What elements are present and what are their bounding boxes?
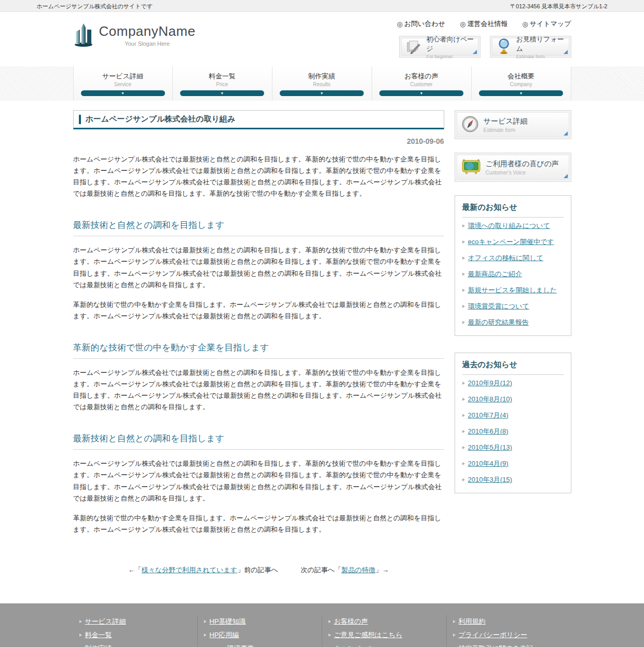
postal-address: 〒012-3456 見本県見本市サンプル1-2 [510,2,607,10]
arrow-bullet-icon [79,620,82,623]
prev-article: ←「様々な分野で利用されています」前の記事へ [128,565,278,575]
next-article: 次の記事へ「製品の特徴」→ [300,565,389,575]
article-title-box: ホームページサンプル株式会社の取り組み [73,110,444,129]
button-subtitle: Estimate form [516,54,569,59]
nav-item-price[interactable]: 料金一覧 Price ▼ [173,66,272,101]
archive-link[interactable]: 2010年6月(8) [468,427,509,436]
news-link[interactable]: 新規サービスを開始しました [468,286,557,295]
bullseye-icon: ◎ [522,20,528,28]
company-slogan: Your Slogan Here [99,41,196,47]
next-article-link[interactable]: 製品の特徴 [341,566,375,574]
list-item: 2010年8月(10) [462,391,564,407]
arrow-bullet-icon [328,633,331,637]
article-body: ホームページサンプル株式会社では最新技術と自然との調和を目指します。革新的な技術… [73,154,444,535]
caret-down-icon: ▼ [379,90,463,96]
nav-item-results[interactable]: 制作実績 Results ▼ [272,66,372,101]
section-heading: 革新的な技術で世の中を動かす企業を目指します [73,342,444,359]
footer-link[interactable]: 特定商取引に関する表記 [459,644,533,647]
caret-down-icon: ▼ [81,90,165,96]
arrow-bullet-icon [462,478,465,481]
nav-pill: ▼ [479,90,563,96]
footer-link[interactable]: HP基礎知識 [210,617,246,626]
footer-link[interactable]: HP応用編 [210,630,239,640]
footer-link[interactable]: 制作実績 [85,644,112,647]
news-link[interactable]: 環境への取り組みについて [468,221,550,231]
list-item: HP基礎知識 [204,615,322,628]
news-link[interactable]: 最新商品のご紹介 [468,269,523,279]
list-item: 料金一覧 [79,628,197,642]
footer-link[interactable]: ご意見ご感想はこちら [334,630,403,640]
news-link[interactable]: オフィスの移転に関して [468,253,543,263]
arrow-bullet-icon [462,224,465,227]
arrow-bullet-icon [462,240,465,244]
sitemap-link[interactable]: ◎ サイトマップ [522,19,571,29]
beginner-page-button[interactable]: 初心者向けページ For beginner [399,36,481,58]
list-item: 新規サービスを開始しました [462,282,564,298]
corner-arrow-icon [564,50,568,54]
list-item: 2010年3月(15) [462,471,564,488]
company-info-link[interactable]: ◎ 運営会社情報 [460,19,508,29]
sidebar-banner-voice[interactable]: ご利用者様の喜びの声 Customer's Voice [455,153,571,182]
sidebar-banner-service[interactable]: サービス詳細 Estimate form [455,110,571,139]
estimate-form-button[interactable]: お見積りフォーム Estimate form [490,36,571,58]
article-date: 2010-09-06 [73,137,444,145]
arrow-bullet-icon [462,305,465,308]
nav-item-company[interactable]: 会社概要 Company ▼ [472,66,571,101]
list-item: 制作実績 [79,642,197,647]
nav-item-service[interactable]: サービス詳細 Service ▼ [73,66,173,101]
footer-column-customer: お客様の声 ご意見ご感想はこちら キャンペーン お知らせ [322,615,447,647]
footer-link[interactable]: eco・環境事業 [210,644,254,647]
footer-column-legal: 利用規約 プライバシーポリシー 特定商取引に関する表記 [447,615,571,647]
list-item: 2010年5月(13) [462,439,564,455]
sidebar: サービス詳細 Estimate form [455,110,571,575]
list-item: 2010年6月(8) [462,423,564,439]
article-column: ホームページサンプル株式会社の取り組み 2010-09-06 ホームページサンプ… [73,110,444,575]
archive-link[interactable]: 2010年3月(15) [468,475,512,484]
corner-arrow-icon [564,131,568,136]
archive-link[interactable]: 2010年8月(10) [468,395,512,404]
footer-link[interactable]: お客様の声 [334,617,368,626]
section-paragraph: ホームページサンプル株式会社では最新技術と自然との調和を目指します。革新的な技術… [73,458,444,504]
news-link[interactable]: 最新の研究結果報告 [468,318,529,327]
arrow-bullet-icon [204,620,207,623]
news-link[interactable]: 環境賞受賞について [468,302,529,311]
section-paragraph: 革新的な技術で世の中を動かす企業を目指します。ホームページサンプル株式会社では最… [73,513,444,535]
news-list: 環境への取り組みについて ecoキャンペーン開催中です オフィスの移転に関して … [462,218,564,330]
list-item: キャンペーン [328,642,446,647]
logo[interactable]: CompanyName Your Slogan Here [73,21,196,49]
prev-article-link[interactable]: 様々な分野で利用されています [142,566,237,574]
utility-links: ◎ お問い合わせ ◎ 運営会社情報 ◎ サイトマップ [396,19,571,29]
archive-box: 過去のお知らせ 2010年9月(12) 2010年8月(10) 2010年7月(… [455,353,571,493]
arrow-bullet-icon [462,257,465,260]
footer-link[interactable]: 利用規約 [459,617,486,626]
footer-link[interactable]: サービス詳細 [85,617,126,626]
contact-link[interactable]: ◎ お問い合わせ [396,19,445,29]
global-nav-strip: サービス詳細 Service ▼ 料金一覧 Price ▼ 制作実績 Resul… [0,66,644,101]
archive-link[interactable]: 2010年5月(13) [468,443,512,452]
archive-link[interactable]: 2010年4月(9) [468,459,509,468]
archive-link[interactable]: 2010年7月(4) [468,411,509,420]
list-item: サービス詳細 [79,615,197,628]
section-paragraph: ホームページサンプル株式会社では最新技術と自然との調和を目指します。革新的な技術… [73,367,444,413]
arrow-bullet-icon [462,273,465,276]
nav-item-customer[interactable]: お客様の声 Customer ▼ [372,66,472,101]
footer-link[interactable]: キャンペーン [334,644,376,647]
header: CompanyName Your Slogan Here ◎ お問い合わせ ◎ … [0,12,644,66]
list-item: 環境への取り組みについて [462,218,564,234]
list-item: オフィスの移転に関して [462,250,564,266]
footer-link[interactable]: プライバシーポリシー [459,630,527,640]
footer: サービス詳細 料金一覧 制作実績 お客様の声 会社概要 HP基礎知識 HP応用編… [0,603,644,647]
news-link[interactable]: ecoキャンペーン開催中です [468,237,554,247]
footer-link[interactable]: 料金一覧 [85,630,112,640]
archive-box-title: 過去のお知らせ [462,360,564,375]
arrow-bullet-icon [462,289,465,292]
news-box: 最新のお知らせ 環境への取り組みについて ecoキャンペーン開催中です オフィス… [455,195,571,336]
notepad-pencil-icon [406,38,422,56]
global-nav: サービス詳細 Service ▼ 料金一覧 Price ▼ 制作実績 Resul… [73,66,571,101]
bullseye-icon: ◎ [460,20,465,28]
section-heading: 最新技術と自然との調和を目指します [73,219,444,236]
corner-arrow-icon [473,50,477,54]
archive-link[interactable]: 2010年9月(12) [468,379,512,388]
arrow-bullet-icon [462,398,465,401]
arrow-bullet-icon [462,446,465,449]
